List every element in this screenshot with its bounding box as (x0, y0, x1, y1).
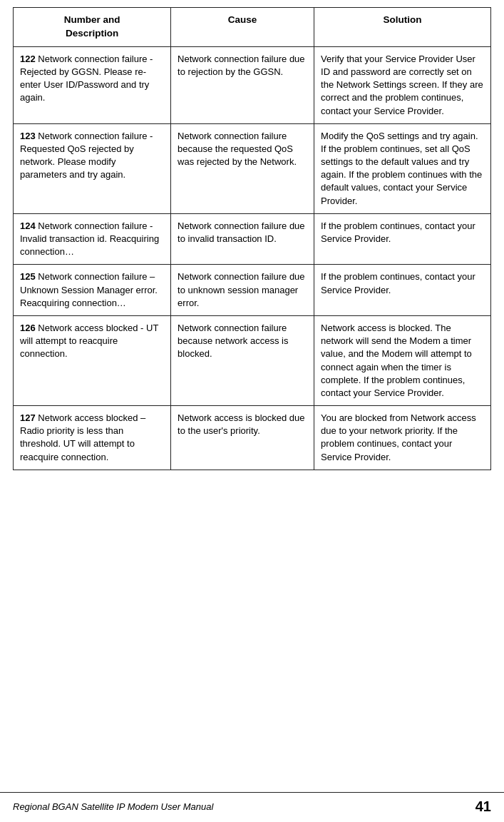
header-number: Number andDescription (14, 8, 171, 47)
table-row: 124 Network connection failure - Invalid… (14, 213, 491, 265)
cell-solution: If the problem continues, contact your S… (314, 213, 491, 265)
cell-solution: Network access is blocked. The network w… (314, 315, 491, 405)
cell-cause: Network connection failure due to unknow… (171, 265, 314, 316)
error-table: Number andDescription Cause Solution 122… (13, 7, 491, 470)
cell-description: 122 Network connection failure - Rejecte… (14, 46, 171, 123)
page-footer: Regional BGAN Satellite IP Modem User Ma… (0, 792, 504, 822)
cell-solution: Modify the QoS settings and try again. I… (314, 123, 491, 213)
cell-cause: Network connection failure due to invali… (171, 213, 314, 265)
cell-solution: You are blocked from Network access due … (314, 406, 491, 470)
cell-description: 126 Network access blocked - UT will att… (14, 315, 171, 405)
cell-description: 123 Network connection failure - Request… (14, 123, 171, 213)
header-cause: Cause (171, 8, 314, 47)
error-number: 123 (20, 131, 36, 141)
table-row: 126 Network access blocked - UT will att… (14, 315, 491, 405)
cell-cause: Network access is blocked due to the use… (171, 406, 314, 470)
cell-description: 127 Network access blocked – Radio prior… (14, 406, 171, 470)
table-row: 125 Network connection failure – Unknown… (14, 265, 491, 316)
error-number: 127 (20, 412, 36, 423)
cell-solution: If the problem continues, contact your S… (314, 265, 491, 316)
cell-cause: Network connection failure because netwo… (171, 315, 314, 405)
cell-solution: Verify that your Service Provider User I… (314, 46, 491, 123)
cell-description: 125 Network connection failure – Unknown… (14, 265, 171, 316)
cell-cause: Network connection failure due to reject… (171, 46, 314, 123)
table-row: 123 Network connection failure - Request… (14, 123, 491, 213)
cell-description: 124 Network connection failure - Invalid… (14, 213, 171, 265)
footer-title: Regional BGAN Satellite IP Modem User Ma… (13, 801, 213, 812)
header-solution: Solution (314, 8, 491, 47)
footer-page: 41 (475, 798, 491, 815)
error-number: 126 (20, 323, 36, 333)
page-content: Number andDescription Cause Solution 122… (0, 0, 504, 792)
table-row: 122 Network connection failure - Rejecte… (14, 46, 491, 123)
cell-cause: Network connection failure because the r… (171, 123, 314, 213)
error-number: 125 (20, 271, 36, 282)
table-row: 127 Network access blocked – Radio prior… (14, 406, 491, 470)
error-number: 124 (20, 220, 36, 231)
error-number: 122 (20, 54, 36, 64)
